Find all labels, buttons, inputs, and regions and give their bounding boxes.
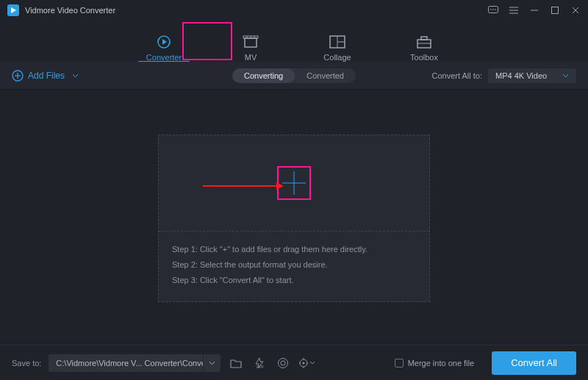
app-logo-icon xyxy=(7,4,19,16)
svg-point-3 xyxy=(490,9,492,10)
menu-icon[interactable] xyxy=(509,5,519,15)
svg-rect-24 xyxy=(421,37,427,40)
output-format-value: MP4 4K Video xyxy=(495,71,547,80)
settings-icon[interactable] xyxy=(298,355,315,371)
add-files-button[interactable]: Add Files xyxy=(12,70,79,82)
dropzone-top xyxy=(159,135,429,231)
title-bar: Vidmore Video Converter xyxy=(0,0,588,21)
plus-circle-icon xyxy=(12,70,24,82)
dropzone-steps: Step 1: Click "+" to add files or drag t… xyxy=(159,232,429,301)
tab-label: MV xyxy=(245,53,257,62)
maximize-icon[interactable] xyxy=(550,5,560,15)
merge-checkbox[interactable]: Merge into one file xyxy=(395,359,475,368)
secondary-bar: Add Files Converting Converted Convert A… xyxy=(0,62,588,90)
merge-label: Merge into one file xyxy=(408,359,475,368)
feedback-icon[interactable] xyxy=(488,5,498,15)
chevron-down-icon xyxy=(209,361,215,365)
minimize-icon[interactable] xyxy=(529,5,539,15)
svg-rect-10 xyxy=(552,7,559,14)
step-text: Step 3: Click "Convert All" to start. xyxy=(172,273,416,288)
chevron-down-icon xyxy=(309,361,315,365)
convert-all-to-label: Convert All to: xyxy=(432,71,482,80)
app-title: Vidmore Video Converter xyxy=(25,6,115,15)
save-path-box: C:\Vidmore\Vidmore V... Converter\Conver… xyxy=(49,354,220,372)
tab-label: Collage xyxy=(323,53,351,62)
converter-icon xyxy=(156,34,172,50)
svg-marker-30 xyxy=(276,182,284,190)
stage: Step 1: Click "+" to add files or drag t… xyxy=(0,90,588,347)
output-format-select[interactable]: MP4 4K Video xyxy=(488,68,576,83)
save-to-label: Save to: xyxy=(12,359,41,368)
dropzone[interactable]: Step 1: Click "+" to add files or drag t… xyxy=(158,135,430,302)
svg-point-36 xyxy=(281,361,285,365)
main-nav: Converter MV Collage Toolbox xyxy=(0,21,588,62)
svg-point-38 xyxy=(303,362,305,364)
footer-bar: Save to: C:\Vidmore\Vidmore V... Convert… xyxy=(0,345,588,380)
checkbox-icon xyxy=(395,359,404,368)
tab-mv[interactable]: MV xyxy=(225,31,276,62)
high-speed-icon[interactable] xyxy=(275,355,291,371)
tab-converted[interactable]: Converted xyxy=(295,68,356,83)
svg-marker-14 xyxy=(162,39,167,45)
convert-all-label: Convert All xyxy=(511,357,557,368)
annotation-arrow-icon xyxy=(203,181,284,191)
svg-point-4 xyxy=(492,9,494,10)
status-tabs: Converting Converted xyxy=(232,68,356,83)
svg-point-5 xyxy=(495,9,496,10)
tab-collage[interactable]: Collage xyxy=(312,31,363,62)
step-text: Step 1: Click "+" to add files or drag t… xyxy=(172,242,416,257)
hardware-accel-icon[interactable]: OFF xyxy=(251,355,268,371)
svg-text:OFF: OFF xyxy=(257,365,264,369)
convert-all-to: Convert All to: MP4 4K Video xyxy=(432,68,576,83)
convert-all-button[interactable]: Convert All xyxy=(492,351,576,375)
chevron-down-icon xyxy=(562,74,569,78)
open-folder-icon[interactable] xyxy=(228,355,244,371)
tab-toolbox[interactable]: Toolbox xyxy=(398,31,450,62)
svg-point-35 xyxy=(279,358,288,368)
tab-converting[interactable]: Converting xyxy=(232,68,295,83)
step-text: Step 2: Select the output format you des… xyxy=(172,257,416,273)
chevron-down-icon xyxy=(72,74,79,78)
svg-rect-15 xyxy=(245,38,257,47)
tab-label: Converter xyxy=(146,53,182,62)
toolbox-icon xyxy=(416,34,432,50)
mv-icon xyxy=(243,34,259,50)
close-icon[interactable] xyxy=(570,5,581,15)
add-files-label: Add Files xyxy=(28,71,65,81)
save-path-dropdown[interactable] xyxy=(203,354,220,372)
tab-label: Toolbox xyxy=(410,53,438,62)
collage-icon xyxy=(329,34,345,50)
tab-converter[interactable]: Converter xyxy=(138,31,190,62)
save-path-value[interactable]: C:\Vidmore\Vidmore V... Converter\Conver… xyxy=(49,359,203,368)
